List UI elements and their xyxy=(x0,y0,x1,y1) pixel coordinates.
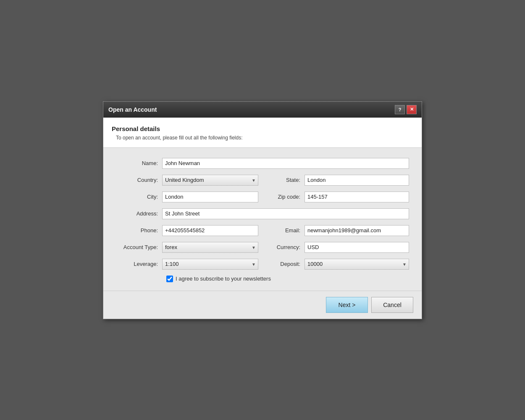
address-label: Address: xyxy=(116,210,162,217)
phone-group: Phone: xyxy=(116,225,258,236)
dialog-title: Open an Account xyxy=(108,106,157,113)
country-group: Country: United Kingdom United States Ge… xyxy=(116,175,258,186)
city-label: City: xyxy=(116,194,162,200)
deposit-select[interactable]: 1000 5000 10000 25000 50000 xyxy=(304,259,409,270)
newsletter-row: I agree to subscribe to your newsletters xyxy=(166,276,409,282)
state-input[interactable] xyxy=(304,175,409,186)
next-button[interactable]: Next > xyxy=(326,297,368,313)
zipcode-label: Zip code: xyxy=(267,194,304,200)
header-title: Personal details xyxy=(112,125,413,132)
leverage-select-wrapper: 1:1 1:10 1:50 1:100 1:200 1:500 ▼ xyxy=(162,259,258,270)
footer-section: Next > Cancel xyxy=(103,291,422,319)
header-section: Personal details To open an account, ple… xyxy=(103,118,422,148)
currency-label: Currency: xyxy=(267,244,304,250)
account-type-label: Account Type: xyxy=(116,244,162,250)
email-input[interactable] xyxy=(304,225,409,236)
deposit-label: Deposit: xyxy=(267,261,304,267)
header-subtitle: To open an account, please fill out all … xyxy=(116,135,413,141)
deposit-select-wrapper: 1000 5000 10000 25000 50000 ▼ xyxy=(304,259,409,270)
country-select[interactable]: United Kingdom United States Germany Fra… xyxy=(162,175,258,186)
title-bar-controls: ? ✕ xyxy=(395,105,417,114)
newsletter-label: I agree to subscribe to your newsletters xyxy=(176,276,271,282)
city-zip-row: City: Zip code: xyxy=(116,192,409,202)
leverage-select[interactable]: 1:1 1:10 1:50 1:100 1:200 1:500 xyxy=(162,259,258,270)
city-group: City: xyxy=(116,192,258,202)
state-label: State: xyxy=(267,177,304,183)
city-input[interactable] xyxy=(162,192,258,202)
account-type-select[interactable]: forex stocks crypto xyxy=(162,242,258,253)
account-currency-row: Account Type: forex stocks crypto ▼ Curr… xyxy=(116,242,409,253)
country-select-wrapper: United Kingdom United States Germany Fra… xyxy=(162,175,258,186)
name-row: Name: xyxy=(116,158,409,169)
help-button[interactable]: ? xyxy=(395,105,405,114)
currency-input[interactable] xyxy=(304,242,409,253)
leverage-group: Leverage: 1:1 1:10 1:50 1:100 1:200 1:50… xyxy=(116,259,258,270)
name-label: Name: xyxy=(116,160,162,166)
title-bar: Open an Account ? ✕ xyxy=(103,102,422,118)
cancel-button[interactable]: Cancel xyxy=(371,297,413,313)
title-bar-left: Open an Account xyxy=(108,106,157,113)
state-group: State: xyxy=(267,175,409,186)
form-section: Name: Country: United Kingdom United Sta… xyxy=(103,148,422,291)
email-label: Email: xyxy=(267,227,304,234)
country-state-row: Country: United Kingdom United States Ge… xyxy=(116,175,409,186)
account-type-group: Account Type: forex stocks crypto ▼ xyxy=(116,242,258,253)
newsletter-checkbox[interactable] xyxy=(166,276,173,282)
close-button[interactable]: ✕ xyxy=(407,105,417,114)
dialog: Open an Account ? ✕ Personal details To … xyxy=(103,101,422,319)
leverage-label: Leverage: xyxy=(116,261,162,267)
account-type-select-wrapper: forex stocks crypto ▼ xyxy=(162,242,258,253)
email-group: Email: xyxy=(267,225,409,236)
deposit-group: Deposit: 1000 5000 10000 25000 50000 ▼ xyxy=(267,259,409,270)
address-row: Address: xyxy=(116,208,409,219)
address-input[interactable] xyxy=(162,208,409,219)
phone-label: Phone: xyxy=(116,227,162,234)
zipcode-input[interactable] xyxy=(304,192,409,202)
name-input[interactable] xyxy=(162,158,409,169)
phone-input[interactable] xyxy=(162,225,258,236)
phone-email-row: Phone: Email: xyxy=(116,225,409,236)
leverage-deposit-row: Leverage: 1:1 1:10 1:50 1:100 1:200 1:50… xyxy=(116,259,409,270)
country-label: Country: xyxy=(116,177,162,183)
zip-group: Zip code: xyxy=(267,192,409,202)
currency-group: Currency: xyxy=(267,242,409,253)
